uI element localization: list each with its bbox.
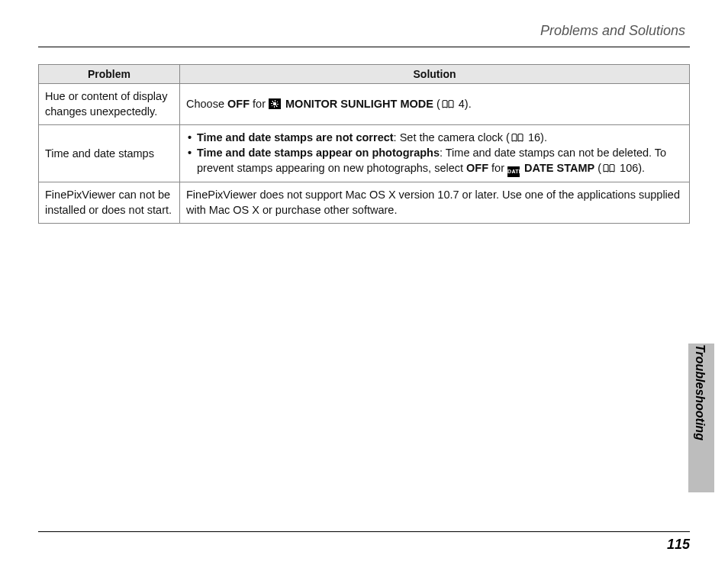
text: for: [250, 98, 269, 110]
text: : Set the camera clock (: [394, 131, 510, 144]
troubleshooting-table: Problem Solution Hue or content of displ…: [38, 64, 690, 224]
col-header-solution: Solution: [180, 65, 690, 84]
text: (: [594, 162, 601, 174]
table-row: Hue or content of display changes unexpe…: [39, 84, 690, 125]
date-icon: [507, 166, 520, 177]
page-ref-number: 16).: [525, 131, 547, 144]
text: for: [488, 162, 507, 174]
page-ref-number: 106).: [617, 162, 645, 174]
bullet-item: Time and date stamps appear on photograp…: [188, 145, 683, 177]
table-row: FinePixViewer can not be installed or do…: [39, 182, 690, 224]
table-row: Time and date stamps Time and date stamp…: [39, 124, 690, 182]
page-header-title: Problems and Solutions: [38, 23, 690, 39]
page-ref-icon: [442, 100, 454, 108]
col-header-problem: Problem: [39, 65, 180, 84]
sun-icon: [269, 98, 281, 109]
solution-cell: Choose OFF for MONITOR SUNLIGHT MODE ( 4…: [180, 84, 690, 125]
text: Choose: [186, 98, 227, 110]
manual-page: Problems and Solutions Problem Solution …: [0, 0, 728, 571]
section-tab-label: Troubleshooting: [691, 344, 707, 459]
text: (: [433, 98, 440, 110]
mode-name: MONITOR SUNLIGHT MODE: [282, 98, 433, 110]
solution-cell: Time and date stamps are not correct: Se…: [180, 124, 690, 182]
problem-cell: FinePixViewer can not be installed or do…: [39, 182, 180, 224]
mode-name: DATE STAMP: [521, 162, 594, 174]
page-number: 115: [667, 537, 690, 552]
page-ref-icon: [603, 164, 615, 173]
header-rule: [38, 47, 690, 47]
off-label: OFF: [466, 162, 488, 174]
bullet-heading: Time and date stamps are not correct: [197, 131, 394, 144]
bullet-item: Time and date stamps are not correct: Se…: [188, 130, 683, 145]
page-footer: 115: [38, 531, 690, 553]
off-label: OFF: [227, 98, 250, 110]
problem-cell: Time and date stamps: [39, 124, 180, 182]
page-ref-icon: [511, 134, 523, 142]
problem-cell: Hue or content of display changes unexpe…: [39, 84, 180, 125]
bullet-heading: Time and date stamps appear on photograp…: [197, 147, 440, 159]
page-ref-number: 4).: [456, 98, 472, 110]
solution-cell: FinePixViewer does not support Mac OS X …: [180, 182, 690, 224]
